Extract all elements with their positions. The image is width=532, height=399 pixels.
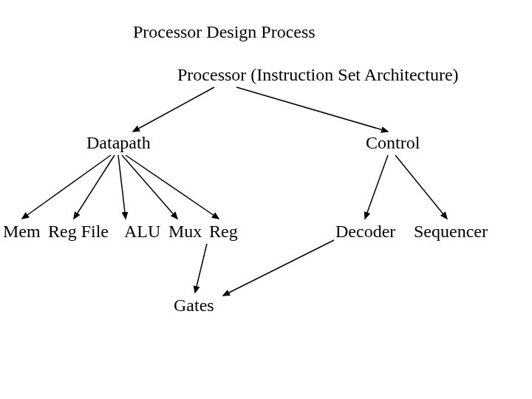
svg-line-10 [223,240,334,296]
control-child-sequencer: Sequencer [414,222,488,242]
svg-line-4 [118,155,126,219]
svg-line-1 [236,87,388,132]
datapath-child-alu: ALU [124,222,160,242]
svg-line-7 [365,155,388,219]
datapath-node: Datapath [86,133,151,153]
datapath-child-mux: Mux [168,222,202,242]
svg-line-5 [122,155,177,219]
svg-line-2 [22,155,111,219]
svg-line-6 [126,155,219,219]
svg-line-0 [133,87,214,132]
root-node: Processor (Instruction Set Architecture) [177,65,459,85]
datapath-child-reg: Reg [209,222,238,242]
diagram-arrows [0,0,532,399]
svg-line-9 [195,244,207,293]
datapath-child-regfile: Reg File [48,222,109,242]
leaf-node: Gates [174,296,214,316]
control-child-decoder: Decoder [335,222,395,242]
datapath-child-mem: Mem [3,222,41,242]
diagram-title: Processor Design Process [133,22,316,42]
svg-line-3 [74,155,115,219]
svg-line-8 [395,155,447,219]
control-node: Control [366,133,420,153]
